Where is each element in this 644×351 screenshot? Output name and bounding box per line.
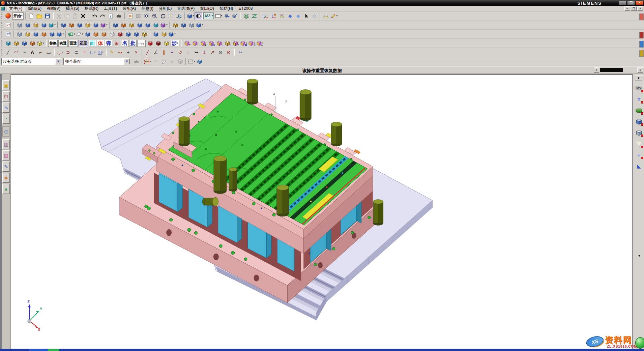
tab-palettes[interactable]: ▥ xyxy=(2,139,10,149)
snap-point-icon[interactable]: ▾ xyxy=(144,58,152,65)
show-only-icon[interactable]: ◇ xyxy=(310,12,318,20)
angle-constraint-icon[interactable]: ∠ xyxy=(152,49,160,56)
template-punch[interactable] xyxy=(635,139,643,148)
chamfer-icon[interactable] xyxy=(144,21,152,29)
snap-view-icon[interactable] xyxy=(231,12,239,20)
palette-expand-button[interactable]: > xyxy=(635,76,642,81)
rotate-view-icon[interactable] xyxy=(159,12,167,20)
datum-csys-icon[interactable] xyxy=(16,30,24,38)
edit-object-display-icon[interactable] xyxy=(278,12,286,20)
eraser-icon[interactable] xyxy=(160,58,168,65)
solid-translucent-button[interactable]: 实透 xyxy=(58,40,68,47)
sew-icon[interactable]: ▾ xyxy=(196,21,204,29)
selection-filter-combo[interactable]: 没有选择过滤器 ▼ xyxy=(1,58,61,65)
menu-11[interactable]: 窗口(O) xyxy=(197,6,216,11)
n-sided-surface-icon[interactable] xyxy=(116,30,124,38)
sketch-line-icon[interactable]: ╱ xyxy=(144,49,152,56)
face-blend-icon[interactable] xyxy=(160,30,168,38)
menu-10[interactable]: 首选项(P) xyxy=(174,6,197,11)
hole-icon[interactable] xyxy=(59,21,67,29)
section-surface-icon[interactable] xyxy=(140,30,148,38)
name-tool-button[interactable]: 名 xyxy=(121,40,128,47)
rectangle-icon[interactable]: ▭ xyxy=(45,49,53,56)
body-display-button[interactable]: 体 xyxy=(97,40,104,47)
undo-icon[interactable] xyxy=(91,12,99,20)
mdi-child-icon[interactable] xyxy=(1,7,5,10)
find-icon[interactable] xyxy=(115,12,123,20)
section-view-icon[interactable] xyxy=(250,12,258,20)
view-name-combo[interactable]: M3▾ xyxy=(203,12,214,19)
subtract-icon[interactable] xyxy=(119,21,127,29)
pad-icon[interactable] xyxy=(84,21,92,29)
box-block-icon[interactable]: ▾ xyxy=(36,39,45,47)
menu-2[interactable]: 编辑(E) xyxy=(25,6,44,11)
sweep-icon[interactable] xyxy=(84,30,92,38)
interference-button[interactable]: 涉▾ xyxy=(171,40,179,47)
collinear-constraint-icon[interactable]: ↗ xyxy=(208,49,216,56)
selection-filter-dropdown[interactable]: ▼ xyxy=(55,58,61,64)
move-object-icon[interactable]: ◈ xyxy=(168,58,176,65)
face-display-button[interactable]: 面 xyxy=(89,40,96,47)
spring-tool-button[interactable]: 弹 xyxy=(105,40,112,47)
new-file-icon[interactable] xyxy=(27,12,35,20)
start-menu-button[interactable]: 开始▾ xyxy=(12,12,24,20)
wcs-orient-icon[interactable] xyxy=(270,12,278,20)
information-icon[interactable] xyxy=(107,12,115,20)
replace-component-icon[interactable]: ▤ xyxy=(207,39,215,47)
center-target-icon[interactable]: ⊞ xyxy=(113,39,121,47)
toolbar-overflow-right-button[interactable]: « xyxy=(637,67,643,73)
analysis-face-icon[interactable] xyxy=(20,39,28,47)
tab-constraint-navigator[interactable]: ⊡ xyxy=(2,91,10,101)
lift-object-icon[interactable] xyxy=(176,58,184,65)
template-t-post[interactable]: T xyxy=(635,95,643,104)
intersect-icon[interactable] xyxy=(127,21,136,29)
delete-constraint-icon[interactable]: × xyxy=(232,39,240,47)
yellow-cube-tool-icon[interactable] xyxy=(162,39,170,47)
toolbar-overflow-left-button[interactable]: < xyxy=(594,67,599,73)
template-green-insert[interactable] xyxy=(635,106,643,115)
model-3d-die-assembly[interactable]: Z y Z Y X xyxy=(11,75,632,349)
sheet-body-icon[interactable]: ▾ xyxy=(76,30,84,38)
midpoint-constraint-icon[interactable]: ⊥ xyxy=(200,49,208,56)
extract-body-icon[interactable] xyxy=(32,30,40,38)
menu-9[interactable]: 分析(L) xyxy=(156,6,175,11)
trim-body-icon[interactable]: ▾ xyxy=(100,21,108,29)
selection-scope-combo[interactable]: 整个装配 ▼ xyxy=(63,58,130,65)
menu-13[interactable]: ET2008 xyxy=(236,6,255,11)
menu-12[interactable]: 帮助(H) xyxy=(217,6,236,11)
point-icon[interactable] xyxy=(24,30,32,38)
tab-assembly-navigator[interactable]: ▣ xyxy=(2,80,10,90)
copy-component-icon[interactable]: ▣▾ xyxy=(240,39,248,47)
edge-blend-icon[interactable] xyxy=(136,21,144,29)
nx-logo-icon[interactable] xyxy=(4,12,12,20)
boss-icon[interactable] xyxy=(67,21,76,29)
immediate-hide-icon[interactable]: ◆ xyxy=(294,12,302,20)
template-die-block[interactable] xyxy=(635,117,643,126)
resource-bar-grip[interactable] xyxy=(0,74,2,349)
cylinder-icon[interactable]: ▾ xyxy=(48,21,56,29)
replace-button[interactable]: 替换 xyxy=(48,40,58,47)
facet-body-icon[interactable] xyxy=(12,39,20,47)
fillet-icon[interactable]: ◡▾ xyxy=(56,49,64,56)
thicken-icon[interactable]: ▾ xyxy=(56,30,64,38)
tangent-constraint-icon[interactable]: ↺ xyxy=(176,49,184,56)
tab-materials[interactable]: ▨ xyxy=(2,150,10,160)
parallel-constraint-icon[interactable]: ∥ xyxy=(160,49,168,56)
copy-tool-button[interactable]: copy xyxy=(137,40,146,47)
background-color-icon[interactable]: ▾ xyxy=(214,12,223,20)
mdi-minimize-button[interactable]: ─ xyxy=(624,6,630,11)
display-mode-icon[interactable] xyxy=(195,12,203,20)
bounded-plane-icon[interactable] xyxy=(48,30,56,38)
undo-selection-icon[interactable]: ↶ xyxy=(152,58,160,65)
rectangle-select-icon[interactable]: ▾ xyxy=(187,58,196,65)
sketch-curve-icon[interactable] xyxy=(4,30,12,38)
sketch-icon[interactable] xyxy=(4,21,12,29)
make-symmetric-icon[interactable]: + xyxy=(124,49,132,56)
find-component-icon[interactable] xyxy=(132,58,140,65)
perspective-icon[interactable] xyxy=(175,12,183,20)
offset-surface-icon[interactable] xyxy=(40,30,48,38)
datum-plane-icon[interactable] xyxy=(16,21,24,29)
menu-3[interactable]: 视图(V) xyxy=(44,6,63,11)
line-icon[interactable]: ╱ xyxy=(4,49,12,56)
unite-icon[interactable] xyxy=(111,21,119,29)
